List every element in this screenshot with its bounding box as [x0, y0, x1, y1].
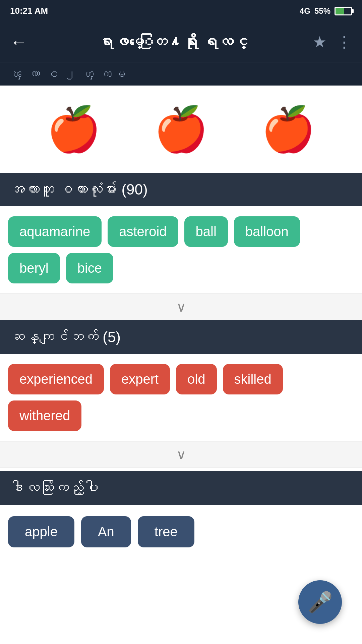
bottom-pills: apple An tree — [0, 505, 362, 558]
apple-icon-3: 🍎 — [261, 107, 315, 151]
pill-apple[interactable]: apple — [8, 516, 74, 547]
status-bar: 10:21 AM 4G 55% — [0, 0, 362, 22]
nav-bar: ← ရာဖမ္ေတြ႔ရိုး ရလင္ ★ ⋮ — [0, 22, 362, 62]
tag-old[interactable]: old — [176, 364, 217, 394]
chevron-down-icon-1: ∨ — [176, 299, 186, 315]
status-time: 10:21 AM — [10, 6, 48, 16]
page-title: ရာဖမ္ေတြ႔ရိုး ရလင္ — [34, 33, 313, 51]
tab-bar: ၾ ၮ ဝ ၂ ၯ ကမ — [0, 62, 362, 86]
tag-aquamarine[interactable]: aquamarine — [8, 216, 102, 247]
more-icon[interactable]: ⋮ — [337, 33, 352, 51]
section3-header: ဒါလသ်းကြည့်ပါ — [0, 471, 362, 505]
tab-bar-text: ၾ ၮ ဝ ၂ ၯ ကမ — [10, 67, 127, 81]
back-button[interactable]: ← — [10, 33, 27, 51]
tag-withered[interactable]: withered — [8, 400, 81, 431]
star-icon[interactable]: ★ — [313, 33, 326, 51]
tag-skilled[interactable]: skilled — [223, 364, 283, 394]
battery-text: 55% — [314, 6, 330, 16]
battery-icon — [335, 7, 352, 15]
tag-expert[interactable]: expert — [110, 364, 170, 394]
section1-header: အလားတူ စကာားလုံးမ်ား (90) — [0, 173, 362, 206]
apple-icon-2: 🍎 — [154, 107, 208, 151]
tag-balloon[interactable]: balloon — [234, 216, 300, 247]
signal-text: 4G — [300, 6, 310, 16]
section2-tags: experienced expert old skilled withered — [0, 354, 362, 441]
section3-title: ဒါလသ်းကြည့်ပါ — [10, 480, 99, 496]
tag-bice[interactable]: bice — [66, 253, 113, 283]
section1-title: အလားတူ စကာားလုံးမ်ား (90) — [10, 181, 148, 198]
apple-icons-section: 🍎 🍎 🍎 — [0, 86, 362, 173]
status-icons: 4G 55% — [300, 6, 352, 16]
section2-title: ဆန္ကျင်ဘက် (5) — [10, 329, 121, 345]
expand-button-1[interactable]: ∨ — [0, 293, 362, 320]
microphone-button[interactable]: 🎤 — [298, 580, 342, 624]
expand-button-2[interactable]: ∨ — [0, 441, 362, 468]
tag-asteroid[interactable]: asteroid — [108, 216, 178, 247]
apple-icon-1: 🍎 — [47, 107, 101, 151]
chevron-down-icon-2: ∨ — [176, 447, 186, 462]
tag-experienced[interactable]: experienced — [8, 364, 104, 394]
tag-beryl[interactable]: beryl — [8, 253, 60, 283]
nav-icons: ★ ⋮ — [313, 33, 352, 51]
microphone-icon: 🎤 — [308, 590, 333, 614]
section1-tags: aquamarine asteroid ball balloon beryl b… — [0, 206, 362, 293]
pill-an[interactable]: An — [81, 516, 131, 547]
section2-header: ဆန္ကျင်ဘက် (5) — [0, 320, 362, 354]
tag-ball[interactable]: ball — [184, 216, 228, 247]
pill-tree[interactable]: tree — [138, 516, 194, 547]
